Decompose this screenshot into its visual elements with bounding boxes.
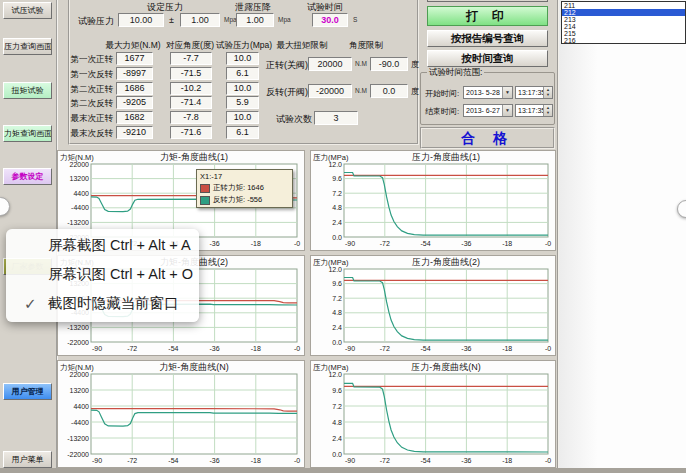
svg-text:压力-角度曲线(1): 压力-角度曲线(1): [412, 152, 480, 162]
context-menu-item-label: 屏幕识图 Ctrl + Alt + O: [48, 266, 193, 282]
start-time-spin-icon[interactable]: ▲▼: [543, 87, 552, 98]
svg-text:22000: 22000: [70, 371, 90, 378]
chart-pressure-1[interactable]: 压力(MPa)压力-角度曲线(1)12.09.67.24.82.40.0-90-…: [310, 150, 556, 251]
svg-text:2.4: 2.4: [332, 324, 342, 331]
result-pressure-value: 10.0: [226, 111, 259, 124]
svg-text:-13200: -13200: [67, 324, 89, 331]
context-menu-item-label: 截图时隐藏当前窗口: [48, 295, 179, 311]
svg-text:-18: -18: [502, 240, 512, 247]
report-list-item[interactable]: 212: [562, 9, 685, 16]
svg-text:-54: -54: [168, 457, 178, 464]
svg-text:-13200: -13200: [67, 435, 89, 442]
result-pressure-value: 6.1: [226, 67, 259, 80]
report-number-list[interactable]: 211212213214215216: [561, 1, 686, 44]
svg-text:9.6: 9.6: [332, 175, 342, 182]
end-date-value: 2013- 6-27: [466, 107, 500, 114]
screenshot-context-menu: 屏幕截图 Ctrl + Alt + A屏幕识图 Ctrl + Alt + O✓截…: [6, 229, 199, 322]
sidebar-item-user-menu[interactable]: 用户菜单: [3, 451, 52, 468]
result-angle-value: -7.8: [170, 111, 212, 124]
svg-text:-0: -0: [294, 457, 300, 464]
svg-text:-90: -90: [345, 240, 355, 247]
check-icon: ✓: [24, 289, 37, 318]
chart-tooltip: X1:-17 正转力矩: 1646反转力矩: -556: [196, 169, 293, 208]
end-time-spinner[interactable]: 13:17:35 ▲▼: [515, 104, 553, 117]
query-by-report-button[interactable]: 按报告编号查询: [427, 30, 548, 47]
result-torque-value: -9205: [116, 96, 153, 109]
context-menu-item[interactable]: 屏幕识图 Ctrl + Alt + O: [6, 260, 199, 289]
svg-text:-90: -90: [345, 457, 355, 464]
svg-text:-72: -72: [127, 345, 137, 352]
result-torque-value: 1677: [116, 52, 153, 65]
result-torque-value: 1682: [116, 111, 153, 124]
svg-text:-54: -54: [421, 345, 431, 352]
svg-text:力矩-角度曲线(1): 力矩-角度曲线(1): [160, 152, 228, 162]
chart-pressure-3[interactable]: 压力(MPa)压力-角度曲线(2)12.09.67.24.82.40.0-90-…: [310, 255, 556, 356]
partial-button-top[interactable]: [427, 0, 548, 2]
chart-torque-4[interactable]: 力矩(N.M)力矩-角度曲线(N)22000132004400-4400-132…: [57, 360, 305, 468]
result-angle-value: -71.4: [170, 96, 212, 109]
result-pressure-value: 10.0: [226, 82, 259, 95]
start-date-dropdown-icon[interactable]: ▼: [502, 87, 512, 98]
start-time-label: 开始时间:: [425, 88, 459, 99]
sidebar-item-user-management[interactable]: 用户管理: [3, 383, 52, 400]
svg-text:-36: -36: [210, 345, 220, 352]
forward-torque-limit-field[interactable]: 20000: [308, 57, 352, 71]
start-date-picker[interactable]: 2013- 5-28 ▼: [463, 86, 513, 99]
sidebar-item-param-settings[interactable]: 参数设定: [3, 168, 52, 185]
time-range-label: 试验时间范围:: [427, 67, 484, 79]
result-torque-value: 1686: [116, 82, 153, 95]
series-swatch-icon: [200, 184, 210, 193]
print-button[interactable]: 打 印: [427, 6, 548, 26]
result-row-label: 最末次正转: [70, 113, 113, 125]
svg-text:-0: -0: [294, 240, 300, 247]
parameter-panel: 设定压力 泄露压降 试验时间 试验压力 10.00 ± 1.00 Mpa 1.0…: [68, 0, 419, 145]
sidebar-item-pressure-query[interactable]: 压力查询画面: [3, 38, 52, 55]
start-time-spinner[interactable]: 13:17:35 ▲▼: [515, 86, 553, 99]
chart-pressure-5[interactable]: 压力(MPa)压力-角度曲线(N)12.09.67.24.82.40.0-90-…: [310, 360, 556, 468]
start-date-value: 2013- 5-28: [466, 89, 500, 96]
end-date-dropdown-icon[interactable]: ▼: [502, 105, 512, 116]
report-list-item[interactable]: 213: [562, 16, 685, 23]
result-angle-value: -10.2: [170, 82, 212, 95]
pass-verdict: 合 格: [420, 127, 555, 149]
svg-text:-0: -0: [545, 240, 551, 247]
svg-text:-13200: -13200: [67, 219, 89, 226]
reverse-torque-limit-field[interactable]: -20000: [308, 84, 352, 98]
end-time-spin-icon[interactable]: ▲▼: [543, 105, 552, 116]
tooltip-series-label: 反转力矩: -556: [213, 195, 262, 205]
report-list-item[interactable]: 215: [562, 30, 685, 37]
report-list-item[interactable]: 211: [562, 2, 685, 9]
nm-unit-2: N.M: [355, 87, 367, 94]
end-date-picker[interactable]: 2013- 6-27 ▼: [463, 104, 513, 117]
svg-text:-36: -36: [210, 240, 220, 247]
degree-unit-1: 度: [411, 59, 419, 70]
context-menu-item[interactable]: 屏幕截图 Ctrl + Alt + A: [6, 231, 199, 260]
svg-text:7.2: 7.2: [332, 190, 342, 197]
result-torque-value: -9210: [116, 126, 153, 139]
query-by-time-button[interactable]: 按时间查询: [427, 50, 548, 67]
report-panel: 211212213214215216: [557, 0, 686, 469]
result-row-label: 第二次正转: [70, 84, 113, 96]
report-list-item[interactable]: 214: [562, 23, 685, 30]
svg-text:-18: -18: [251, 345, 261, 352]
report-list-item[interactable]: 216: [562, 37, 685, 44]
sidebar-item-pressure-test[interactable]: 试压试验: [3, 2, 52, 19]
svg-text:-90: -90: [92, 457, 102, 464]
series-swatch-icon: [200, 196, 210, 205]
sidebar-item-torque-test[interactable]: 扭矩试验: [3, 82, 52, 99]
tooltip-series-label: 正转力矩: 1646: [213, 183, 264, 193]
svg-text:7.2: 7.2: [332, 403, 342, 410]
svg-text:-90: -90: [92, 345, 102, 352]
svg-text:-36: -36: [461, 457, 471, 464]
sidebar-item-torque-query[interactable]: 力矩查询画面: [3, 125, 52, 142]
svg-text:4.8: 4.8: [332, 309, 342, 316]
svg-text:-0: -0: [294, 345, 300, 352]
result-angle-value: -71.6: [170, 126, 212, 139]
context-menu-item[interactable]: ✓截图时隐藏当前窗口: [6, 289, 199, 318]
svg-text:-22000: -22000: [67, 339, 89, 346]
svg-text:-22000: -22000: [67, 451, 89, 458]
svg-text:7.2: 7.2: [332, 295, 342, 302]
test-count-field[interactable]: 3: [314, 111, 358, 125]
forward-angle-limit-field[interactable]: -90.0: [370, 57, 408, 71]
reverse-angle-limit-field[interactable]: 0.0: [370, 84, 408, 98]
